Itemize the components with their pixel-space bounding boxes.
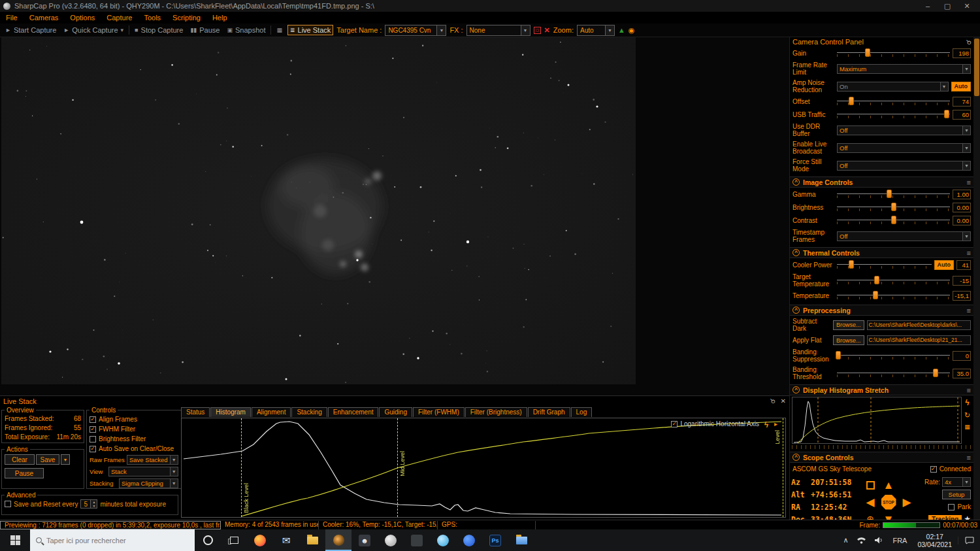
- slider-thumb[interactable]: [887, 190, 892, 198]
- stretch-histogram[interactable]: [792, 397, 962, 444]
- banding-suppression-value[interactable]: 0: [953, 351, 971, 361]
- image-history-button[interactable]: ▦: [274, 26, 284, 34]
- taskbar-app-blue-icon[interactable]: [456, 529, 482, 551]
- ddr-buffer-dropdown[interactable]: Off▼: [837, 125, 971, 135]
- offset-slider[interactable]: [837, 97, 950, 107]
- collapse-icon[interactable]: ^: [792, 249, 800, 256]
- banding-threshold-value[interactable]: 35.0: [953, 369, 971, 378]
- reticle-icon[interactable]: ◉: [629, 26, 635, 35]
- section-thermal-controls[interactable]: ^ Thermal Controls ≡: [790, 247, 973, 258]
- panel-scrollbar[interactable]: [973, 37, 980, 520]
- tab-guiding[interactable]: Guiding: [379, 407, 412, 417]
- pause-button[interactable]: ▮▮Pause: [188, 25, 221, 35]
- raw-frames-dropdown[interactable]: Save Stacked▼: [127, 455, 178, 465]
- tab-enhancement[interactable]: Enhancement: [328, 407, 379, 417]
- gamma-value[interactable]: 1.00: [953, 190, 971, 199]
- tab-alignment[interactable]: Alignment: [252, 407, 291, 417]
- target-temp-value[interactable]: -15: [953, 276, 971, 286]
- volume-icon[interactable]: [870, 537, 888, 544]
- section-display-histogram-stretch[interactable]: ^ Display Histogram Stretch ≡: [790, 384, 973, 395]
- auto-save-checkbox[interactable]: Auto Save on Clear/Close: [90, 444, 178, 454]
- frame-rate-dropdown[interactable]: Maximum▼: [837, 64, 971, 74]
- menu-capture[interactable]: Capture: [101, 12, 138, 24]
- fx-combo[interactable]: None▼: [466, 25, 531, 36]
- menu-help[interactable]: Help: [206, 12, 233, 24]
- stop-capture-button[interactable]: ■Stop Capture: [133, 25, 185, 35]
- slider-thumb[interactable]: [891, 216, 896, 224]
- save-dropdown-icon[interactable]: ▼: [61, 454, 70, 465]
- menu-file[interactable]: File: [0, 12, 24, 24]
- stacking-dropdown[interactable]: Sigma Clipping▼: [119, 478, 178, 488]
- tab-log[interactable]: Log: [571, 407, 593, 417]
- search-input[interactable]: [46, 537, 177, 544]
- taskbar-discord-icon[interactable]: ☻: [351, 529, 378, 551]
- apply-flat-browse-button[interactable]: Browse...: [833, 335, 864, 345]
- taskbar-app-teal-icon[interactable]: [430, 529, 456, 551]
- taskbar-app-gray-icon[interactable]: [378, 529, 404, 551]
- taskbar-search[interactable]: [30, 529, 195, 551]
- live-stack-button[interactable]: ≣Live Stack: [287, 25, 333, 35]
- selection-area-icon[interactable]: [534, 27, 541, 34]
- subtract-dark-browse-button[interactable]: Browse...: [833, 320, 864, 330]
- chevron-down-icon[interactable]: ▼: [605, 25, 614, 35]
- save-reset-checkbox[interactable]: [5, 501, 11, 507]
- quick-capture-button[interactable]: ►Quick Capture▾: [61, 25, 125, 35]
- brightness-slider[interactable]: [837, 203, 950, 212]
- menu-options[interactable]: Options: [64, 12, 101, 24]
- scope-connected-checkbox[interactable]: Connected: [930, 464, 971, 474]
- usb-traffic-value[interactable]: 60: [953, 110, 971, 120]
- tab-histogram[interactable]: Histogram: [210, 407, 251, 417]
- auto-stretch-icon[interactable]: ϟ: [965, 398, 969, 407]
- taskbar-clock[interactable]: 02:17 03/04/2021: [911, 533, 958, 548]
- slider-thumb[interactable]: [944, 110, 949, 118]
- slider-thumb[interactable]: [891, 203, 896, 211]
- chevron-down-icon[interactable]: ▼: [521, 25, 530, 35]
- slider-thumb[interactable]: [873, 291, 878, 299]
- section-image-controls[interactable]: ^ Image Controls ≡: [790, 176, 973, 188]
- frame-icon[interactable]: [866, 481, 875, 490]
- pin-icon[interactable]: ⚲: [768, 397, 777, 405]
- cortana-icon[interactable]: [195, 529, 221, 551]
- gain-value[interactable]: 198: [953, 48, 971, 58]
- align-frames-checkbox[interactable]: Align Frames: [90, 414, 178, 424]
- live-broadcast-dropdown[interactable]: Off▼: [837, 143, 971, 153]
- collapse-icon[interactable]: ^: [792, 386, 800, 393]
- menu-cameras[interactable]: Cameras: [24, 12, 65, 24]
- brightness-value[interactable]: 0.00: [953, 203, 971, 212]
- amp-noise-dropdown[interactable]: On▼: [837, 82, 949, 92]
- apply-flat-path[interactable]: C:\Users\SharkFleet\Desktop\21_21...: [867, 335, 971, 345]
- section-scope-controls[interactable]: ^ Scope Controls ≡: [790, 452, 973, 463]
- collapse-icon[interactable]: ^: [792, 454, 800, 461]
- rate-dropdown[interactable]: 4x▼: [942, 477, 971, 487]
- tab-filter-fwhm[interactable]: Filter (FWHM): [413, 407, 465, 417]
- contrast-value[interactable]: 0.00: [953, 216, 971, 225]
- tab-status[interactable]: Status: [181, 407, 210, 417]
- slider-thumb[interactable]: [933, 369, 938, 377]
- section-menu-icon[interactable]: ≡: [967, 307, 971, 314]
- tracking-toggle[interactable]: Tracking: [928, 515, 962, 520]
- network-icon[interactable]: [853, 537, 870, 544]
- section-menu-icon[interactable]: ≡: [967, 454, 971, 461]
- apply-to-image-icon[interactable]: ▦: [964, 424, 970, 430]
- tab-filter-brightness[interactable]: Filter (Brightness): [465, 407, 527, 417]
- timestamp-dropdown[interactable]: Off▼: [837, 231, 971, 241]
- maximize-icon[interactable]: ▢: [938, 0, 957, 12]
- taskbar-photoshop-icon[interactable]: Ps: [482, 529, 508, 551]
- menu-scripting[interactable]: Scripting: [167, 12, 206, 24]
- slider-thumb[interactable]: [849, 97, 854, 105]
- save-reset-spinner[interactable]: 5 ▲▼: [80, 499, 97, 509]
- start-capture-button[interactable]: ►Start Capture: [3, 25, 58, 35]
- subtract-dark-path[interactable]: C:\Users\SharkFleet\Desktop\darks\...: [867, 320, 971, 330]
- black-level-line[interactable]: [241, 418, 242, 517]
- tray-chevron-icon[interactable]: ∧: [838, 536, 853, 544]
- taskbar-app-dark-icon[interactable]: [404, 529, 430, 551]
- taskbar-firefox-icon[interactable]: [247, 529, 273, 551]
- slew-left-button[interactable]: ◀: [866, 497, 874, 508]
- banding-suppression-slider[interactable]: [837, 351, 950, 361]
- zoom-combo[interactable]: Auto▼: [577, 25, 615, 36]
- offset-value[interactable]: 74: [953, 97, 971, 107]
- minimize-icon[interactable]: –: [918, 0, 938, 12]
- section-menu-icon[interactable]: ≡: [967, 386, 971, 394]
- image-viewport[interactable]: [0, 37, 789, 395]
- pin-icon[interactable]: ⚲: [964, 38, 973, 46]
